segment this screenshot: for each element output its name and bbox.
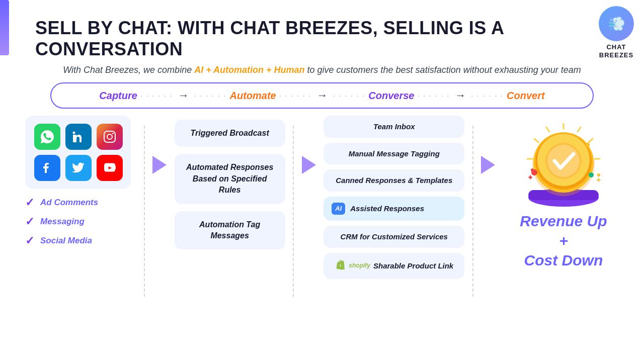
twitter-icon [65,155,92,181]
pipeline-bar: Capture · · · · · · → · · · · · · Automa… [50,82,594,109]
subtitle: With Chat Breezes, we combine AI + Autom… [20,65,624,75]
ai-badge: AI [332,203,345,215]
pipeline-arrow-3: → [455,89,466,102]
svg-line-15 [534,139,538,142]
pipeline-dots-2: · · · · · · [194,92,227,100]
pipeline-label-automate: Automate [230,90,276,102]
pipeline-dots-5: · · · · · · [417,92,450,100]
arrow-triangle-2 [302,156,316,174]
whatsapp-icon [34,124,60,150]
subtitle-suffix: to give customers the best satisfaction … [305,65,581,75]
check-item-ad-comments: ✓ Ad Comments [25,196,131,209]
auto-card-tag: Automation Tag Messages [175,211,285,250]
col-automation: Triggered Broadcast Automated Responses … [175,116,285,249]
divider-3 [472,126,473,297]
revenue-line1: Revenue Up [520,211,607,231]
pipeline-dots-4: · · · · · · [333,92,366,100]
coin-svg: + ✦ [513,120,614,208]
pipeline-item-converse: Converse [368,90,414,102]
converse-card-canned: Canned Responses & Templates [324,169,464,192]
subtitle-prefix: With Chat Breezes, we combine [63,65,194,75]
check-items: ✓ Ad Comments ✓ Messaging ✓ Social Media [25,196,131,247]
divider-2 [293,126,294,297]
shopify-icon [335,259,346,273]
check-mark-2: ✓ [25,215,34,228]
pipeline-item-automate: Automate [230,90,276,102]
col-social: ✓ Ad Comments ✓ Messaging ✓ Social Media [20,116,136,247]
logo-circle: 💨 [599,6,634,41]
logo-text-line1: CHAT [599,43,633,51]
col-converse: Team Inbox Manual Message Tagging Canned… [324,116,464,279]
logo-text-line2: BREEZES [599,51,633,59]
revenue-line3: Cost Down [520,250,607,270]
svg-point-19 [547,145,580,177]
linkedin-icon [65,124,92,150]
converse-card-tagging: Manual Message Tagging [324,143,464,165]
svg-point-21 [531,168,534,171]
facebook-icon [34,155,60,181]
check-mark-3: ✓ [25,234,34,247]
svg-rect-2 [104,131,115,142]
svg-point-4 [112,133,114,134]
check-label-messaging: Messaging [40,217,85,227]
pipeline-item-convert: Convert [507,90,545,102]
social-icons-grid [25,116,131,189]
instagram-icon [97,124,123,150]
pipeline-arrow-2: → [317,89,328,102]
converse-card-team-inbox: Team Inbox [324,116,464,138]
logo: 💨 CHAT BREEZES [599,6,634,59]
arrow-triangle-3 [481,156,495,174]
converse-card-ai-text: Assisted Responses [350,204,424,214]
svg-line-14 [546,127,549,132]
check-mark-1: ✓ [25,196,34,209]
check-item-messaging: ✓ Messaging [25,215,131,228]
arrow-connector-1 [152,116,167,174]
divider-1 [144,126,145,297]
converse-card-shopify: shopify Sharable Product Link [324,253,464,279]
top-accent-bar [0,0,9,55]
svg-point-3 [107,134,112,139]
check-label-ad-comments: Ad Comments [40,198,98,208]
main-title: SELL BY CHAT: WITH CHAT BREEZES, SELLING… [20,10,553,60]
arrow-triangle-1 [152,156,167,174]
converse-card-ai: AI Assisted Responses [324,197,464,221]
shopify-text: shopify [349,262,370,270]
pipeline-dots-3: · · · · · · [279,92,312,100]
subtitle-highlight: AI + Automation + Human [194,65,304,75]
auto-card-automated: Automated Responses Based on Specified R… [175,154,285,204]
revenue-text: Revenue Up + Cost Down [520,211,607,270]
pipeline-label-converse: Converse [368,90,414,102]
svg-point-1 [73,132,75,134]
pipeline-dots-6: · · · · · · [471,92,504,100]
svg-point-23 [586,143,590,147]
svg-text:+: + [596,175,601,184]
svg-point-22 [589,172,594,177]
page-wrapper: 💨 CHAT BREEZES SELL BY CHAT: WITH CHAT B… [0,0,644,362]
pipeline-label-capture: Capture [99,90,137,102]
logo-icon: 💨 [608,16,625,32]
converse-card-crm: CRM for Customized Services [324,226,464,248]
content-area: ✓ Ad Comments ✓ Messaging ✓ Social Media… [20,116,624,297]
shopify-badge: shopify Sharable Product Link [335,259,453,273]
converse-card-shopify-text: Sharable Product Link [373,261,453,271]
check-label-social-media: Social Media [40,236,92,246]
svg-text:✦: ✦ [527,173,533,182]
arrow-connector-3 [481,116,495,174]
svg-line-13 [589,139,593,142]
pipeline-arrow-1: → [178,89,189,102]
coin-graphic: + ✦ [513,121,614,206]
youtube-icon [97,155,123,181]
revenue-line2: + [520,231,607,250]
arrow-connector-2 [302,116,316,174]
pipeline-dots-1: · · · · · · [140,92,173,100]
pipeline-item-capture: Capture [99,90,137,102]
auto-card-triggered: Triggered Broadcast [175,120,285,147]
pipeline-label-convert: Convert [507,90,545,102]
svg-line-12 [578,127,581,132]
col-revenue: + ✦ Revenue Up + Cost Down [503,116,624,270]
check-item-social-media: ✓ Social Media [25,234,131,247]
